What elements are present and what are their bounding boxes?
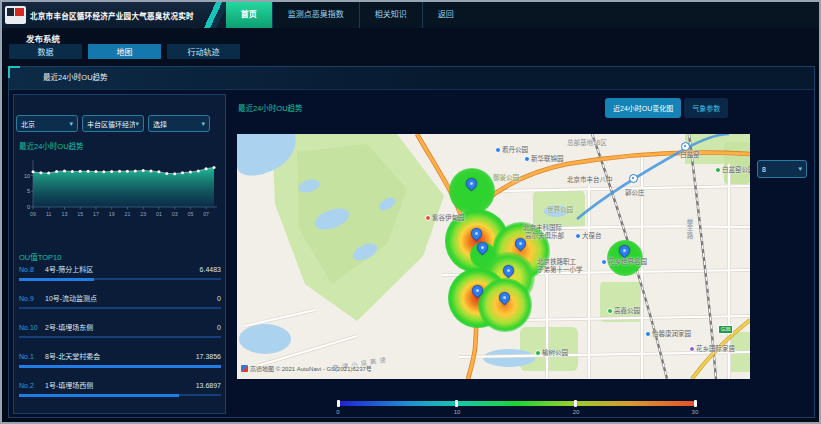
station-value: 17.3856 — [196, 352, 221, 361]
data-point — [63, 169, 66, 172]
tab-0[interactable]: 数据 — [9, 44, 82, 59]
station-select[interactable]: 8 ▾ — [757, 160, 807, 178]
green-poi-icon — [535, 350, 541, 356]
blue-poi-icon — [575, 233, 581, 239]
svg-text:5: 5 — [27, 188, 30, 194]
map-label: 白盆窑 — [680, 151, 700, 158]
rank-label: No.1 — [19, 352, 45, 361]
nav-item-0[interactable]: 首页 — [226, 2, 272, 28]
data-point — [87, 170, 90, 173]
bar-track — [19, 307, 221, 309]
chevron-down-icon: ▾ — [135, 120, 139, 128]
svg-text:07: 07 — [203, 211, 209, 217]
nav-item-2[interactable]: 相关知识 — [359, 2, 422, 28]
filter-select-value: 选择 — [153, 119, 201, 129]
station-name: 4号-筛分上料区 — [45, 265, 200, 274]
top-list-item[interactable]: No.102号-填埋场东侧0 — [19, 323, 221, 352]
app-logo-icon — [5, 6, 26, 24]
map-label: 新华联锦园 — [524, 155, 564, 162]
map-label: 看丹公园 — [495, 146, 528, 153]
map-canvas[interactable]: G36总部基地18区看丹公园新华联锦园御景公园北京市丰台八中郭公庄白盆窑白盆窑公… — [237, 134, 750, 379]
trend-chart: 0510091113151719212301030507 — [16, 153, 220, 227]
svg-text:15: 15 — [77, 211, 83, 217]
svg-text:03: 03 — [172, 211, 178, 217]
header-slash-decoration — [200, 2, 226, 28]
top-list-item[interactable]: No.21号-填埋场西侧13.6897 — [19, 381, 221, 410]
data-point — [165, 172, 168, 175]
blue-poi-icon — [645, 331, 651, 337]
amap-logo-icon — [241, 365, 248, 372]
map-label: 怡馨康润家园 — [645, 330, 691, 337]
map-attribution: 高德地图 © 2021 AutoNavi - GS(2021)6237号 — [241, 364, 372, 373]
app-title: 北京市丰台区循环经济产业园大气恶臭状况实时 — [30, 10, 194, 21]
rank-label: No.8 — [19, 265, 45, 274]
publish-system-title: 发布系统 — [26, 32, 60, 44]
main-nav: 首页监测点恶臭指数相关知识返回 — [226, 2, 819, 28]
metro-station-icon[interactable] — [681, 142, 690, 151]
highway-badge: G36 — [718, 325, 733, 334]
legend-marker — [574, 400, 577, 407]
map-button-1[interactable]: 气象参数 — [684, 98, 728, 118]
station-value: 6.4483 — [200, 265, 221, 274]
trend-area — [33, 167, 214, 207]
map-label: 北京市丰台八中 — [567, 176, 613, 183]
map-label: 子弟第十一小学 — [537, 266, 583, 273]
filter-selects: 北京▾丰台区循环经济产▾选择▾ — [16, 115, 210, 132]
blue-poi-icon — [524, 156, 530, 162]
bar-track — [19, 336, 221, 338]
filter-select-2[interactable]: 选择▾ — [148, 115, 210, 132]
map-panel-title: 最近24小时OU趋势 — [238, 102, 303, 113]
data-point — [181, 171, 184, 174]
heat-legend-bar — [338, 401, 695, 406]
map-label: 樊羊路 — [686, 219, 693, 239]
svg-text:19: 19 — [109, 211, 115, 217]
data-point — [95, 170, 98, 173]
svg-text:13: 13 — [62, 211, 68, 217]
tab-1[interactable]: 地图 — [88, 44, 161, 59]
chevron-down-icon: ▾ — [201, 120, 205, 128]
legend-marker — [455, 400, 458, 407]
data-point — [55, 170, 58, 173]
tab-2[interactable]: 行动轨迹 — [167, 44, 240, 59]
top-bar: 北京市丰台区循环经济产业园大气恶臭状况实时 首页监测点恶臭指数相关知识返回 — [2, 2, 819, 29]
green-poi-icon — [607, 308, 613, 314]
data-point — [142, 169, 145, 172]
map-button-0[interactable]: 近24小时OU变化图 — [605, 98, 681, 118]
filter-select-1[interactable]: 丰台区循环经济产▾ — [82, 115, 144, 132]
top-list-row: No.21号-填埋场西侧13.6897 — [19, 381, 221, 390]
station-select-value: 8 — [762, 166, 798, 173]
top-list-item[interactable]: No.84号-筛分上料区6.4483 — [19, 265, 221, 294]
trend-chart-svg: 0510091113151719212301030507 — [16, 153, 220, 223]
data-point — [189, 171, 192, 174]
rank-label: No.2 — [19, 381, 45, 390]
data-point — [110, 170, 113, 173]
data-point — [47, 172, 50, 175]
top-list-item[interactable]: No.910号-流动监测点0 — [19, 294, 221, 323]
rank-label: No.9 — [19, 294, 45, 303]
filter-select-0[interactable]: 北京▾ — [16, 115, 78, 132]
nav-item-3[interactable]: 返回 — [422, 2, 469, 28]
legend-marker — [337, 400, 340, 407]
top-list-item[interactable]: No.18号-北天堂村委会17.3856 — [19, 352, 221, 381]
station-name: 8号-北天堂村委会 — [45, 352, 196, 361]
map-buttons: 近24小时OU变化图气象参数 — [605, 98, 728, 118]
map-label: 郭公庄 — [625, 189, 645, 196]
sidebar-panel: 北京▾丰台区循环经济产▾选择▾ 最近24小时OU趋势 0510091113151… — [13, 94, 226, 414]
data-point — [118, 170, 121, 173]
svg-text:11: 11 — [46, 211, 52, 217]
station-name: 10号-流动监测点 — [45, 294, 217, 303]
bar-fill — [19, 278, 94, 281]
data-point — [157, 170, 160, 173]
map-label: 大葆台 — [575, 232, 602, 239]
top-list-row: No.84号-筛分上料区6.4483 — [19, 265, 221, 274]
nav-item-1[interactable]: 监测点恶臭指数 — [272, 2, 359, 28]
map-label: 世界公园 — [547, 206, 573, 213]
top-list-row: No.910号-流动监测点0 — [19, 294, 221, 303]
map-label: 白盆窑公园 — [715, 166, 750, 173]
data-point — [32, 170, 35, 173]
legend-tick-label: 30 — [692, 409, 699, 415]
map-label: 高尔夫俱乐部 — [525, 232, 564, 239]
legend-marker — [694, 400, 697, 407]
metro-station-icon[interactable] — [629, 174, 638, 183]
svg-text:10: 10 — [24, 173, 30, 179]
